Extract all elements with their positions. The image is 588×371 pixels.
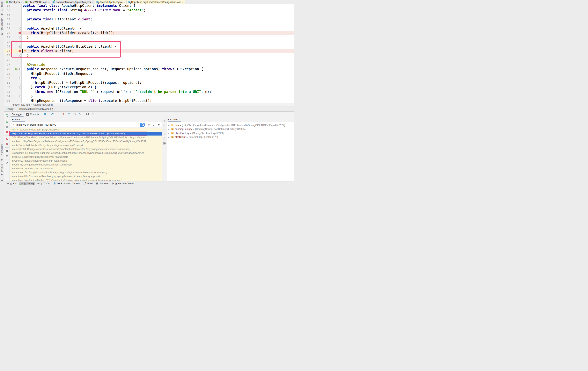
line-number[interactable]: 82 (4, 85, 10, 90)
line-number[interactable]: 67 (4, 17, 10, 21)
close-icon[interactable]: × (92, 1, 93, 3)
fold-close-icon[interactable]: − (20, 95, 21, 97)
resume-icon[interactable] (5, 120, 9, 124)
line-number[interactable]: 81 (4, 80, 10, 85)
line-number[interactable]: 77 (4, 62, 10, 67)
line-number[interactable]: 75 (4, 53, 10, 58)
line-number[interactable]: 76 (4, 58, 10, 62)
line-number[interactable]: 74 (4, 49, 10, 53)
fold-open-icon[interactable]: − (20, 77, 21, 79)
statusbar-6-todo[interactable]: 6: TODO (36, 182, 52, 185)
frame-row[interactable]: invoke:62, NativeMethodAccessorImpl(sun.… (10, 159, 162, 163)
pause-icon[interactable] (5, 125, 9, 129)
line-number[interactable]: 80 (4, 76, 10, 80)
variable-row[interactable]: ▶pclientFactory={SpringClientFactory@999… (167, 131, 294, 135)
breadcrumb-class[interactable]: ApacheHttpClient (12, 103, 30, 106)
frame-row[interactable]: invoke0:-1, NativeMethodAccessorImpl(sun… (10, 155, 162, 159)
fold-close-icon[interactable]: − (20, 86, 21, 89)
fold-open-icon[interactable]: − (20, 68, 21, 70)
frame-row[interactable]: instantiate:154, SimpleInstantiationStra… (10, 170, 162, 174)
evaluate-expression-icon[interactable] (86, 113, 90, 116)
debug-session-tab[interactable]: CommonMistakesApplication (5) × (17, 107, 56, 111)
show-execution-point-icon[interactable] (44, 113, 47, 116)
line-number[interactable]: 69 (4, 26, 10, 31)
implementing-method-icon[interactable]: I↑ (15, 68, 18, 70)
line-number[interactable]: 73 (4, 44, 10, 49)
line-number[interactable]: 65 (4, 8, 10, 12)
frame-row[interactable]: invoke:-1, HttpClientFeignLoadBalancedCo… (10, 140, 162, 143)
add-icon[interactable] (163, 119, 166, 122)
close-icon[interactable]: × (54, 108, 55, 110)
statusbar-build[interactable]: Build (83, 182, 94, 185)
statusbar-db-execution-console[interactable]: DB Execution Console (52, 182, 82, 185)
frame-row[interactable]: instantiate:640, ConstructorResolver(org… (10, 174, 162, 178)
frame-row[interactable]: invoke:498, Method(java.lang.reflect) (10, 167, 162, 170)
tool-button-1-project[interactable]: 1: Project (0, 1, 3, 10)
expand-triangle-icon[interactable]: ▶ (168, 124, 171, 126)
thread-selector[interactable]: ✓ "main"@1 in group "main": RUNNING (11, 123, 145, 127)
step-out-icon[interactable] (68, 113, 71, 116)
line-number[interactable]: 66 (4, 13, 10, 17)
editor-tab-ClientWithUrl-java[interactable]: IClientWithUrl.java× (24, 0, 51, 4)
tool-button-db-browser[interactable]: DB Browser (0, 18, 3, 30)
line-number[interactable]: 83 (4, 90, 10, 94)
step-over-icon[interactable] (51, 113, 55, 116)
line-number[interactable]: 78 (4, 67, 10, 71)
line-number[interactable]: 64 (4, 4, 10, 8)
frame-row[interactable]: intercept:363, ConfigurationClassEnhance… (10, 147, 162, 151)
view-breakpoints-icon[interactable] (5, 137, 9, 141)
variable-row[interactable]: ▶phttpClient={InternalHttpClient@9979} (167, 135, 294, 139)
expand-triangle-icon[interactable]: ▶ (168, 132, 171, 134)
expand-triangle-icon[interactable]: ▶ (168, 136, 171, 138)
frame-row[interactable]: CGLIB$feignClient$0:-1, HttpClientFeignL… (10, 136, 162, 140)
breadcrumb-method[interactable]: ApacheHttpClient() (33, 103, 52, 106)
rerun-icon[interactable] (5, 113, 9, 117)
fold-open-icon[interactable]: − (20, 27, 21, 30)
line-number[interactable]: 72 (4, 40, 10, 44)
line-number[interactable]: 70 (4, 31, 10, 35)
line-number[interactable]: 84 (4, 94, 10, 99)
editor-tab-CommonMistakesApplication-java[interactable]: CCommonMistakesApplication.java× (51, 0, 95, 4)
close-icon[interactable]: × (124, 1, 125, 3)
fold-open-icon[interactable]: − (20, 46, 21, 48)
tool-button-7-structure[interactable]: 7: Structure (0, 144, 3, 155)
run-to-cursor-icon[interactable] (78, 113, 82, 116)
editor-tab-ApacheHttpClient-java[interactable]: CApacheHttpClient.java× (95, 0, 126, 4)
thread-dump-camera-icon[interactable] (5, 149, 9, 153)
editor-tab-Client-java[interactable]: IClient.java× (4, 0, 24, 4)
line-number[interactable]: 68 (4, 21, 10, 26)
statusbar-5-debug[interactable]: 5: Debug (19, 182, 35, 185)
stop-icon[interactable] (5, 130, 9, 134)
intention-bulb-icon[interactable] (23, 49, 26, 53)
frame-row[interactable]: <init>:74, ApacheHttpClient(feign.httpcl… (10, 128, 162, 132)
mute-breakpoints-icon[interactable] (5, 142, 9, 146)
debug-settings-icon[interactable] (5, 154, 9, 158)
line-number[interactable]: 79 (4, 71, 10, 76)
expand-triangle-icon[interactable]: ▶ (168, 128, 171, 130)
step-into-icon[interactable] (57, 113, 60, 116)
statusbar-4-run[interactable]: 4: Run (5, 182, 19, 185)
editor-tab-HttpClientFeignLoadBalancedConfiguration-java[interactable]: CHttpClientFeignLoadBalancedConfiguratio… (126, 0, 185, 4)
statusbar-terminal[interactable]: Terminal (95, 182, 110, 185)
frame-row[interactable]: invokeSuper:244, MethodProxy(org.springf… (10, 143, 162, 147)
tab-console[interactable]: ▸Console (24, 112, 41, 117)
code-editor[interactable]: 64public final class ApacheHttpClient im… (4, 4, 294, 103)
frame-row[interactable]: invoke:43, DelegatingMethodAccessorImpl(… (10, 163, 162, 167)
fold-close-icon[interactable]: − (20, 36, 21, 39)
force-step-into-icon[interactable] (62, 113, 66, 116)
close-icon[interactable]: × (182, 1, 183, 3)
variable-row[interactable]: ▶this={HttpClientFeignLoadBalancedConfig… (167, 123, 294, 127)
tab-debugger[interactable]: Debugger (10, 112, 24, 117)
line-number[interactable]: 85 (4, 99, 10, 103)
pin-icon[interactable] (5, 161, 9, 165)
arrow-up-icon[interactable] (147, 123, 150, 126)
frame-row[interactable]: instantiateUsingFactoryMethod:625, Const… (10, 178, 162, 181)
arrow-down-icon[interactable] (152, 123, 155, 126)
variable-row[interactable]: ▶pcachingFactory={CachingSpringLoadBalan… (167, 127, 294, 131)
filter-icon[interactable] (158, 123, 160, 126)
fold-close-icon[interactable]: − (20, 54, 21, 57)
line-number[interactable]: 71 (4, 35, 10, 40)
close-icon[interactable]: × (48, 1, 50, 3)
frame-row[interactable]: feignClient:56, HttpClientFeignLoadBalan… (10, 132, 162, 136)
combobox-spinner-icon[interactable] (140, 123, 145, 127)
